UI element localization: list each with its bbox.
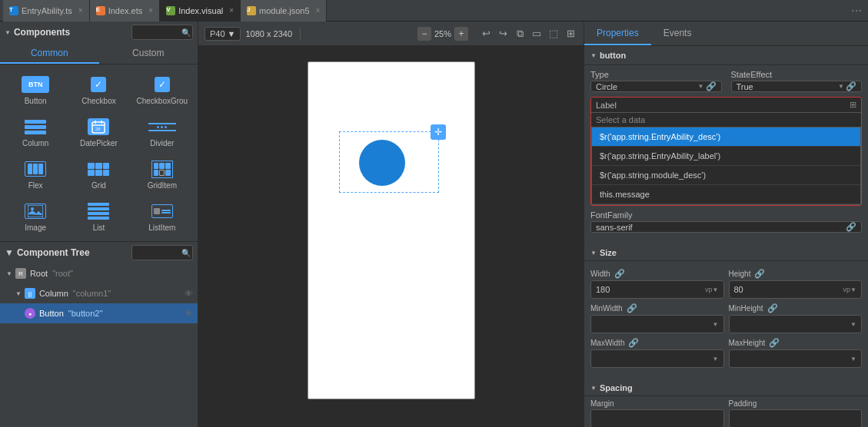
column-visibility-icon[interactable]: 👁 [185, 289, 193, 298]
width-input[interactable]: 180 vp ▼ [590, 280, 724, 299]
height-unit-dropdown[interactable]: ▼ [850, 286, 856, 293]
component-griditem[interactable]: GridItem [131, 154, 193, 194]
component-grid[interactable]: Grid [68, 154, 129, 194]
dropdown-item-1[interactable]: $r('app.string.EntryAbility_label') [592, 147, 860, 166]
visual-icon: V [166, 6, 175, 15]
tab-entryability-close[interactable]: × [78, 6, 83, 15]
move-handle[interactable]: ✛ [431, 124, 446, 140]
tab-index-ets-label: Index.ets [108, 6, 143, 15]
tree-header: ▼ Component Tree 🔍 [0, 242, 198, 263]
tab-module-json[interactable]: J module.json5 × [241, 0, 327, 22]
maxwidth-link-icon[interactable]: 🔗 [628, 338, 639, 348]
component-checkbox[interactable]: ✓ Checkbox [68, 69, 129, 110]
component-datepicker[interactable]: 28 DatePicker [68, 111, 129, 152]
tree-root-id: "root" [52, 269, 73, 278]
datepicker-icon: 28 [85, 116, 112, 137]
button-visibility-icon[interactable]: 👁 [185, 309, 193, 318]
tab-entryability[interactable]: T EntryAbility.ts × [3, 0, 90, 22]
minwidth-input[interactable]: ▼ [590, 315, 724, 333]
canvas-content[interactable]: ✛ [198, 46, 584, 427]
tree-item-root[interactable]: ▼ R Root "root" [0, 263, 198, 283]
maxwidth-input[interactable]: ▼ [590, 349, 724, 368]
component-flex[interactable]: Flex [5, 154, 66, 194]
components-title: Components [14, 27, 70, 38]
type-link-icon[interactable]: 🔗 [706, 81, 717, 91]
zoom-out-button[interactable]: − [417, 27, 431, 41]
spacing-title: Spacing [600, 383, 633, 392]
fontfamily-value-wrap[interactable]: sans-serif 🔗 [590, 221, 862, 233]
padding-input[interactable] [729, 409, 863, 427]
margin-input[interactable] [590, 409, 724, 427]
stateeffect-value: True [737, 82, 839, 91]
dropdown-item-2[interactable]: $r('app.string.module_desc') [592, 166, 860, 185]
minheight-link-icon[interactable]: 🔗 [767, 303, 778, 313]
copy-icon[interactable]: ⧉ [513, 27, 527, 41]
label-input[interactable]: Select a data [591, 113, 861, 127]
tree-item-column[interactable]: ▼ ||| Column "column1" 👁 [0, 283, 198, 303]
component-column[interactable]: Column [5, 111, 66, 152]
component-listitem[interactable]: ListItem [131, 196, 193, 237]
maxheight-dropdown[interactable]: ▼ [850, 356, 856, 362]
component-image[interactable]: Image [5, 196, 66, 237]
tab-custom[interactable]: Custom [99, 43, 198, 64]
svg-rect-5 [28, 205, 43, 217]
size-content: Width 🔗 180 vp ▼ Height 🔗 80 [584, 264, 868, 377]
component-list[interactable]: List [68, 196, 129, 237]
component-button[interactable]: BTN Button [5, 69, 66, 110]
tab-index-visual[interactable]: V Index.visual × [160, 0, 241, 22]
width-unit-dropdown[interactable]: ▼ [713, 286, 719, 293]
minheight-input[interactable]: ▼ [729, 315, 863, 333]
dropdown-item-3[interactable]: this.message [592, 185, 860, 204]
height-input[interactable]: 80 vp ▼ [729, 280, 863, 299]
component-search-box[interactable]: 🔍 [131, 25, 193, 40]
maxwidth-label: MaxWidth [590, 339, 624, 347]
component-checkboxgroup[interactable]: ✓ CheckboxGrou [131, 69, 193, 110]
tab-index-ets-close[interactable]: × [148, 6, 153, 15]
dropdown-item-0[interactable]: $r('app.string.EntryAbility_desc') [592, 127, 860, 147]
tree-item-button[interactable]: ● Button "button2" 👁 [0, 303, 198, 323]
grid-view-icon[interactable]: ⊞ [564, 27, 577, 41]
maxheight-input[interactable]: ▼ [729, 349, 863, 368]
tab-index-ets[interactable]: E Index.ets × [90, 0, 160, 22]
component-search-input[interactable] [135, 28, 181, 37]
tab-common[interactable]: Common [0, 43, 99, 64]
layout2-icon[interactable]: ⬚ [547, 27, 560, 41]
tree-search-input[interactable] [135, 249, 181, 257]
width-link-icon[interactable]: 🔗 [614, 269, 625, 279]
minwidth-link-icon[interactable]: 🔗 [627, 303, 637, 313]
tree-title: Component Tree [17, 247, 90, 258]
maxheight-link-icon[interactable]: 🔗 [769, 338, 780, 348]
component-divider[interactable]: Divider [131, 111, 193, 152]
type-value-wrap[interactable]: Circle ▼ 🔗 [590, 81, 722, 92]
column-label: Column [22, 139, 48, 147]
svg-rect-2 [95, 121, 96, 124]
tree-search-box[interactable]: 🔍 [131, 245, 193, 260]
width-label-row: Width 🔗 [590, 269, 724, 279]
tree-column-name: Column [39, 289, 68, 298]
fontfamily-link-icon[interactable]: 🔗 [846, 222, 856, 232]
tab-module-json-close[interactable]: × [316, 6, 321, 15]
fontfamily-row: FontFamily sans-serif 🔗 [590, 210, 862, 233]
divider-icon [148, 116, 176, 137]
tab-index-visual-close[interactable]: × [229, 6, 234, 15]
layout1-icon[interactable]: ▭ [530, 27, 544, 41]
more-tabs-button[interactable]: ⋯ [851, 5, 862, 17]
stateeffect-link-icon[interactable]: 🔗 [846, 81, 856, 91]
stateeffect-value-wrap[interactable]: True ▼ 🔗 [731, 81, 863, 92]
zoom-in-button[interactable]: + [454, 27, 468, 41]
dropdown-list: $r('app.string.EntryAbility_desc') $r('a… [591, 127, 861, 205]
minheight-dropdown[interactable]: ▼ [850, 321, 856, 328]
device-selector[interactable]: P40 ▼ [205, 27, 241, 41]
components-section: ▼ Components 🔍 Common Custom [0, 22, 198, 241]
label-bind-icon[interactable]: ⊞ [850, 100, 856, 110]
undo-icon[interactable]: ↩ [479, 27, 493, 41]
canvas-element-button[interactable]: ✛ [339, 131, 439, 193]
height-link-icon[interactable]: 🔗 [754, 269, 765, 279]
maxwidth-dropdown[interactable]: ▼ [713, 356, 719, 362]
redo-icon[interactable]: ↪ [496, 27, 510, 41]
tab-properties[interactable]: Properties [584, 22, 651, 45]
minheight-label-row: MinHeight 🔗 [729, 303, 863, 313]
tab-events[interactable]: Events [651, 22, 704, 45]
minwidth-dropdown[interactable]: ▼ [713, 321, 719, 328]
maxheight-item: MaxHeight 🔗 ▼ [729, 338, 863, 368]
